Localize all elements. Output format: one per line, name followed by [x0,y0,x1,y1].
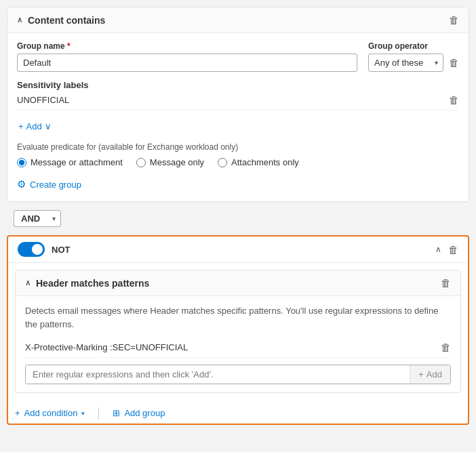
not-toggle[interactable] [18,242,45,257]
delete-group-operator-button[interactable]: 🗑 [449,57,459,68]
regex-add-plus-icon: + [418,369,424,379]
radio-message-or-attachment[interactable]: Message or attachment [17,157,123,167]
group-operator-label: Group operator [368,41,443,51]
radio-attachments-only[interactable]: Attachments only [218,157,299,167]
not-header-right: ∧ 🗑 [435,244,458,255]
content-contains-card: ∧ Content contains 🗑 Group name * Group … [7,7,469,202]
sensitivity-labels-section: Sensitivity labels UNOFFICIAL 🗑 [17,80,459,110]
group-name-field: Group name * [17,41,357,72]
header-matches-collapse-icon[interactable]: ∧ [25,279,31,287]
evaluate-section: Evaluate predicate for (available for Ex… [17,142,459,167]
content-contains-title-group: ∧ Content contains [17,15,105,26]
add-condition-label: Add condition [24,408,78,418]
not-toggle-slider [18,242,45,257]
radio-attachments-only-label: Attachments only [231,157,299,167]
content-contains-body: Group name * Group operator Any of these… [7,33,469,201]
not-header-left: NOT [18,242,70,257]
add-group-icon: ⊞ [113,408,120,418]
radio-message-only[interactable]: Message only [136,157,204,167]
content-contains-header: ∧ Content contains 🗑 [7,7,469,33]
radio-message-only-label: Message only [150,157,204,167]
pattern-value: X-Protective-Marking :SEC=UNOFFICIAL [25,342,188,352]
add-condition-plus-icon: + [15,408,20,418]
regex-add-button[interactable]: + Add [410,365,450,384]
group-operator-select[interactable]: Any of these All of these [368,54,443,72]
not-header: NOT ∧ 🗑 [8,237,468,263]
add-row: + Add ∨ [17,119,459,134]
delete-not-section-button[interactable]: 🗑 [448,244,458,255]
add-condition-chevron-icon: ▾ [81,410,85,417]
radio-message-or-attachment-label: Message or attachment [31,157,123,167]
group-name-input[interactable] [17,54,357,72]
header-matches-header: ∧ Header matches patterns 🗑 [16,270,460,296]
not-section: NOT ∧ 🗑 ∧ Header matches patterns 🗑 Dete… [7,235,469,425]
add-group-label: Add group [124,408,165,418]
group-operator-field: Group operator Any of these All of these… [368,41,459,72]
and-operator-row: AND OR ▾ [7,207,469,230]
and-operator-select[interactable]: AND OR [14,210,61,227]
add-group-button[interactable]: ⊞ Add group [113,405,165,421]
group-operator-wrapper: Any of these All of these ▾ [368,54,443,72]
regex-input-row: + Add [25,365,451,384]
create-group-button[interactable]: ⚙ Create group [17,176,81,193]
evaluate-label: Evaluate predicate for (available for Ex… [17,142,459,152]
add-chevron-icon: ∨ [45,121,52,131]
add-condition-button[interactable]: + Add condition ▾ [15,405,85,421]
header-matches-card: ∧ Header matches patterns 🗑 Detects emai… [15,270,461,393]
group-name-row: Group name * Group operator Any of these… [17,41,459,72]
group-name-label: Group name * [17,41,357,51]
bottom-bar: + Add condition ▾ ⊞ Add group [8,400,468,424]
regex-input[interactable] [26,365,410,384]
not-label: NOT [52,245,70,255]
radio-group: Message or attachment Message only Attac… [17,157,459,167]
delete-header-matches-button[interactable]: 🗑 [441,277,451,289]
add-icon: + [18,121,24,131]
sensitivity-label-value: UNOFFICIAL [17,95,69,105]
sensitivity-label-row: UNOFFICIAL 🗑 [17,90,459,110]
header-matches-title: Header matches patterns [36,278,149,289]
create-group-label: Create group [30,180,81,190]
required-indicator: * [67,41,71,51]
radio-message-only-input[interactable] [136,158,146,167]
create-group-row: ⚙ Create group [17,176,459,193]
create-group-icon: ⚙ [17,178,26,190]
header-matches-body: Detects email messages where Header matc… [16,296,460,392]
not-collapse-icon[interactable]: ∧ [435,245,441,254]
bottom-bar-divider [98,407,99,419]
header-matches-title-group: ∧ Header matches patterns [25,278,149,289]
content-contains-title: Content contains [28,15,105,26]
and-operator-wrapper: AND OR ▾ [14,210,61,227]
pattern-row: X-Protective-Marking :SEC=UNOFFICIAL 🗑 [25,337,451,358]
delete-content-contains-button[interactable]: 🗑 [449,14,459,26]
radio-message-or-attachment-input[interactable] [17,158,26,167]
sensitivity-labels-title: Sensitivity labels [17,80,459,90]
add-button[interactable]: + Add ∨ [17,119,53,134]
delete-sensitivity-label-button[interactable]: 🗑 [449,94,459,106]
header-matches-description: Detects email messages where Header matc… [25,304,451,331]
collapse-icon[interactable]: ∧ [17,16,22,24]
regex-add-label: Add [427,369,442,379]
delete-pattern-button[interactable]: 🗑 [441,342,451,353]
radio-attachments-only-input[interactable] [218,158,227,167]
